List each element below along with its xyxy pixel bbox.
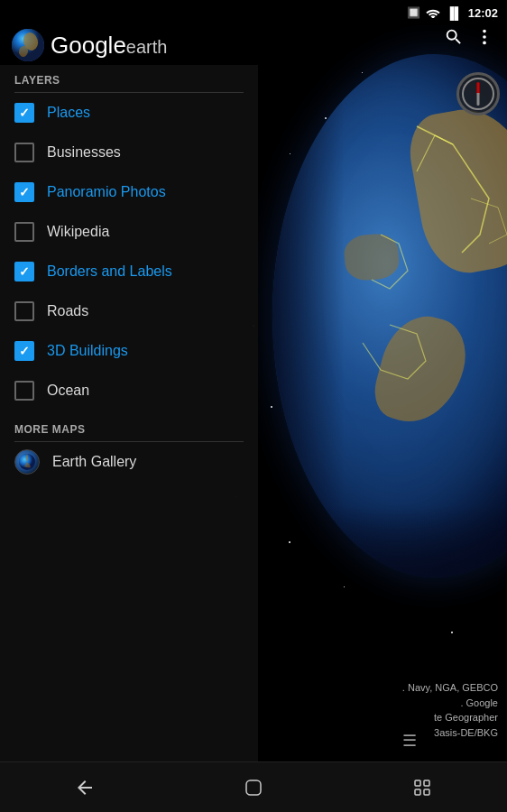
- nav-bar: [0, 761, 507, 812]
- battery-icon: ▐▌: [446, 6, 462, 20]
- ocean-checkbox[interactable]: [14, 381, 34, 401]
- recents-icon: [411, 777, 433, 798]
- layer-item-wikipedia[interactable]: Wikipedia: [0, 212, 258, 252]
- back-button[interactable]: [58, 770, 112, 806]
- svg-rect-9: [415, 780, 420, 786]
- svg-rect-12: [424, 789, 429, 795]
- borders-checkbox[interactable]: ✓: [14, 262, 34, 281]
- places-label: Places: [47, 105, 90, 121]
- compass[interactable]: [456, 72, 500, 115]
- layer-item-panoramio[interactable]: ✓ Panoramio Photos: [0, 172, 258, 212]
- ocean-label: Ocean: [47, 383, 89, 399]
- layer-item-places[interactable]: ✓ Places: [0, 93, 258, 133]
- check-mark: ✓: [19, 345, 30, 357]
- wikipedia-checkbox[interactable]: [14, 222, 34, 242]
- layer-item-businesses[interactable]: Businesses: [0, 133, 258, 172]
- borders-label: Borders and Labels: [47, 263, 172, 280]
- bluetooth-icon: 🔲: [407, 6, 420, 19]
- svg-point-4: [483, 30, 486, 33]
- check-mark: ✓: [19, 186, 30, 198]
- search-button[interactable]: [438, 22, 469, 58]
- svg-rect-10: [424, 780, 429, 786]
- left-panel: Googleearth LAYERS ✓ Places: [0, 0, 258, 776]
- logo: Googleearth: [11, 28, 167, 62]
- panoramio-label: Panoramio Photos: [47, 184, 166, 200]
- svg-rect-11: [415, 789, 420, 795]
- map-menu-icon[interactable]: ☰: [402, 731, 417, 751]
- back-icon: [74, 777, 96, 798]
- svg-point-5: [483, 35, 486, 39]
- home-icon: [243, 777, 264, 798]
- app-title: Googleearth: [51, 32, 167, 60]
- businesses-label: Businesses: [47, 144, 121, 161]
- layer-item-ocean[interactable]: Ocean: [0, 371, 258, 411]
- earth-globe: [272, 54, 507, 577]
- google-earth-logo-icon: [11, 28, 45, 62]
- roads-label: Roads: [47, 303, 88, 319]
- time-display: 12:02: [468, 6, 498, 20]
- earth-gallery-label: Earth Gallery: [52, 454, 136, 470]
- panoramio-checkbox[interactable]: ✓: [14, 182, 34, 202]
- check-mark: ✓: [19, 265, 30, 278]
- roads-checkbox[interactable]: [14, 301, 34, 321]
- buildings-label: 3D Buildings: [47, 343, 128, 359]
- places-checkbox[interactable]: ✓: [14, 103, 34, 123]
- layer-item-borders[interactable]: ✓ Borders and Labels: [0, 252, 258, 291]
- overflow-menu-button[interactable]: [469, 22, 500, 58]
- more-maps-section-label: MORE MAPS: [0, 414, 258, 441]
- recents-button[interactable]: [395, 770, 449, 806]
- layer-item-roads[interactable]: Roads: [0, 291, 258, 331]
- check-mark: ✓: [19, 106, 30, 119]
- layers-section-label: LAYERS: [0, 65, 258, 92]
- overflow-menu-icon: [475, 27, 494, 47]
- status-bar: 🔲 ▐▌ 12:02: [0, 0, 507, 25]
- home-button[interactable]: [226, 770, 281, 806]
- wifi-icon: [426, 7, 440, 18]
- layer-item-earth-gallery[interactable]: Earth Gallery: [0, 442, 258, 482]
- earth-gallery-globe-icon: [14, 449, 40, 475]
- layers-list: ✓ Places Businesses ✓ Panoramio Photos W…: [0, 93, 258, 411]
- svg-point-6: [483, 42, 486, 45]
- businesses-checkbox[interactable]: [14, 143, 34, 162]
- search-icon: [444, 27, 464, 47]
- wikipedia-label: Wikipedia: [47, 224, 109, 240]
- buildings-checkbox[interactable]: ✓: [14, 341, 34, 361]
- layer-item-buildings[interactable]: ✓ 3D Buildings: [0, 331, 258, 371]
